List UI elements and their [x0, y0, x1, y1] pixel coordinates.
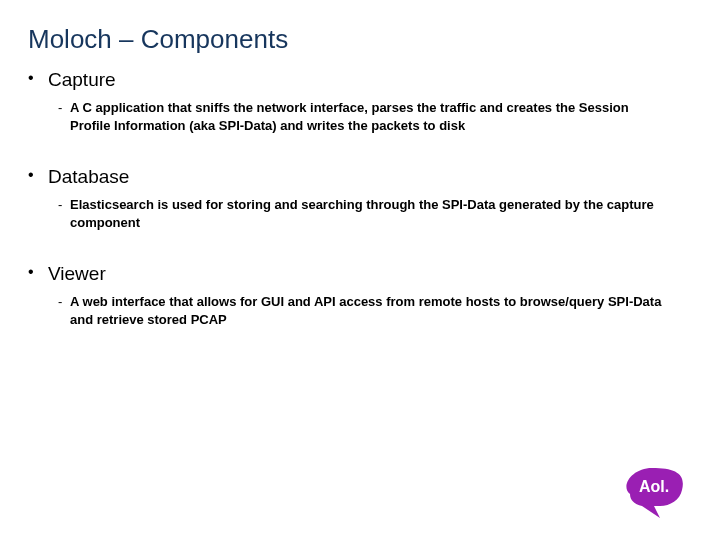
section-desc-database: Elasticsearch is used for storing and se… — [70, 196, 692, 231]
section-label-database: Database — [42, 166, 692, 188]
bullet-item: Database Elasticsearch is used for stori… — [42, 166, 692, 231]
bullet-item: Capture A C application that sniffs the … — [42, 69, 692, 134]
aol-logo-text: Aol. — [639, 478, 669, 495]
sub-list: A C application that sniffs the network … — [42, 99, 692, 134]
bullet-list: Capture A C application that sniffs the … — [28, 69, 692, 328]
section-desc-viewer: A web interface that allows for GUI and … — [70, 293, 692, 328]
aol-logo: Aol. — [624, 464, 694, 520]
sub-list: Elasticsearch is used for storing and se… — [42, 196, 692, 231]
slide-title: Moloch – Components — [28, 24, 692, 55]
bullet-item: Viewer A web interface that allows for G… — [42, 263, 692, 328]
section-desc-capture: A C application that sniffs the network … — [70, 99, 692, 134]
section-label-capture: Capture — [42, 69, 692, 91]
section-label-viewer: Viewer — [42, 263, 692, 285]
sub-list: A web interface that allows for GUI and … — [42, 293, 692, 328]
